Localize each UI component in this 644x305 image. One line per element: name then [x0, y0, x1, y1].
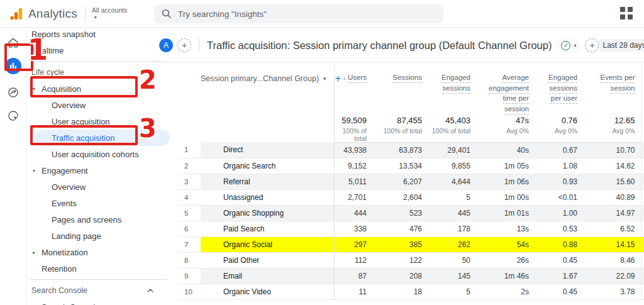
events-per-session-cell: 22.09 [584, 268, 641, 284]
sidebar-section-search-console[interactable]: Search Console [26, 282, 176, 299]
triangle-down-icon: ▾ [26, 168, 42, 174]
explore-nav-button[interactable] [5, 84, 21, 101]
column-header-avg-engagement-time[interactable]: Average engagement time per session [477, 65, 535, 114]
sidebar-item-search-console[interactable]: ▸ Search Console [26, 299, 176, 305]
table-row[interactable]: 9 Email 87 208 145 1m 46s 1.67 22.09 [178, 268, 644, 284]
report-status-menu[interactable]: ✓ ▾ [557, 39, 580, 52]
add-comparison-button[interactable]: + [177, 38, 191, 52]
engaged-sessions-per-user-cell: 0.88 [535, 236, 584, 252]
table-row[interactable]: 2 Organic Search 9,152 13,534 9,855 1m 0… [178, 158, 644, 174]
sidebar-item-engagement-overview[interactable]: Overview [26, 179, 176, 195]
triangle-down-icon: ▾ [26, 86, 42, 92]
sidebar-item-acquisition[interactable]: ▾ Acquisition [26, 80, 176, 97]
events-per-session-cell: 15.60 [584, 174, 641, 189]
column-header-events-per-session[interactable]: Events per session [584, 65, 641, 114]
sidebar-item-label: Overview [52, 182, 86, 192]
users-cell: 2,701 [334, 189, 373, 205]
total-events-per-session: 12.65Avg 0% [584, 114, 641, 143]
events-per-session-cell: 14.15 [584, 236, 641, 252]
sidebar-item-label: Pages and screens [52, 215, 121, 225]
channel-name-cell: Paid Search [201, 221, 334, 236]
sidebar-item-traffic-acquisition[interactable]: Traffic acquisition [35, 130, 170, 146]
date-range-picker[interactable]: Last 28 days Ju [599, 39, 644, 52]
engaged-sessions-cell: 4,644 [428, 174, 477, 189]
sessions-cell: 18 [373, 284, 428, 299]
column-label: Engaged sessions per user [548, 74, 577, 102]
column-header-engaged-sessions[interactable]: Engaged sessions [428, 65, 477, 114]
table-row[interactable]: 3 Referral 5,011 6,207 4,644 1m 06s 0.93… [178, 174, 644, 189]
dimension-selector[interactable]: Session primary...Channel Group) [201, 74, 319, 83]
engaged-sessions-cell: 29,401 [428, 142, 477, 158]
grid-dot [620, 14, 625, 19]
add-dimension-button[interactable]: + [335, 72, 341, 85]
account-switcher[interactable]: All accounts ▾ [92, 7, 128, 21]
row-edge-spacer [641, 284, 644, 299]
sessions-cell: 208 [373, 268, 428, 284]
table-row[interactable]: 5 Organic Shopping 444 523 445 1m 01s 1.… [178, 205, 644, 221]
total-users: 59,509100% of total [334, 114, 373, 143]
engaged-sessions-per-user-cell: 0.53 [535, 221, 584, 236]
row-edge-spacer [641, 236, 644, 252]
left-icon-rail [0, 28, 26, 305]
sidebar-item-landing-page[interactable]: Landing page [26, 228, 176, 244]
sidebar-section-life-cycle[interactable]: Life cycle [26, 64, 176, 80]
engaged-sessions-cell: 262 [428, 236, 477, 252]
sidebar-divider [30, 279, 167, 280]
row-edge-spacer [641, 189, 644, 205]
sidebar-item-label: Realtime [31, 46, 64, 55]
chevron-down-icon[interactable]: ▾ [323, 75, 326, 82]
events-per-session-cell: 3.78 [584, 284, 641, 299]
column-header-engaged-sessions-per-user[interactable]: Engaged sessions per user [535, 65, 584, 114]
column-header-sessions[interactable]: Sessions [373, 65, 428, 114]
sidebar-item-retention[interactable]: Retention [26, 260, 176, 277]
app-title: Analytics [28, 7, 77, 21]
sidebar-item-monetization[interactable]: ▸ Monetization [26, 244, 176, 260]
engaged-sessions-per-user-cell: <0.01 [535, 189, 584, 205]
column-label: Average engagement time per session [489, 74, 529, 113]
search-input[interactable]: Try searching "Insights" [154, 4, 443, 23]
table-row[interactable]: 4 Unassigned 2,701 2,604 5 1m 00s <0.01 … [178, 189, 644, 205]
sidebar-item-label: User acquisition [52, 117, 110, 126]
dimension-header-cell: Session primary...Channel Group) ▾ + [178, 65, 334, 142]
grid-dot [628, 7, 633, 12]
sidebar-item-label: Events [52, 199, 77, 208]
events-per-session-cell: 6.52 [584, 221, 641, 236]
sidebar-divider [30, 61, 167, 62]
row-number: 6 [178, 221, 201, 236]
advertising-nav-button[interactable] [5, 108, 21, 124]
apps-grid-icon[interactable] [620, 7, 634, 21]
avg-engagement-time-cell: 1m 01s [477, 205, 535, 221]
chevron-down-icon: ▾ [94, 15, 97, 20]
avatar[interactable]: A [159, 38, 173, 52]
table-row[interactable]: 7 Organic Social 297 385 262 54s 0.88 14… [178, 236, 644, 252]
sidebar-item-user-acquisition-cohorts[interactable]: User acquisition cohorts [26, 146, 176, 162]
table-row[interactable]: 8 Paid Other 112 122 50 26s 0.45 8.46 [178, 252, 644, 268]
avg-engagement-time-cell: 13s [477, 221, 535, 236]
engaged-sessions-per-user-cell: 1.08 [535, 158, 584, 174]
sidebar-item-engagement[interactable]: ▾ Engagement [26, 162, 176, 179]
sidebar-item-events[interactable]: Events [26, 195, 176, 211]
engaged-sessions-cell: 50 [428, 252, 477, 268]
avg-engagement-time-cell: 1m 46s [477, 268, 535, 284]
sidebar-item-pages-and-screens[interactable]: Pages and screens [26, 211, 176, 228]
table-row[interactable]: 10 Organic Video 11 18 5 2s 0.45 3.78 [178, 284, 644, 299]
chevron-down-icon: ▾ [574, 43, 576, 48]
table-row[interactable]: 1 Direct 43,938 63,873 29,401 40s 0.67 1… [178, 142, 644, 158]
home-nav-button[interactable] [5, 35, 21, 51]
reports-nav-button[interactable] [5, 58, 21, 74]
row-number: 2 [178, 158, 201, 174]
column-label: Sessions [392, 74, 422, 81]
sidebar-item-acquisition-overview[interactable]: Overview [26, 97, 176, 113]
events-per-session-cell: 40.89 [584, 189, 641, 205]
sidebar-item-user-acquisition[interactable]: User acquisition [26, 113, 176, 130]
users-cell: 112 [334, 252, 373, 268]
row-number: 10 [178, 284, 201, 299]
analytics-logo[interactable]: Analytics [0, 7, 77, 21]
row-edge-spacer [641, 205, 644, 221]
add-button[interactable]: + [585, 38, 599, 52]
table-row[interactable]: 6 Paid Search 338 476 178 13s 0.53 6.52 [178, 221, 644, 236]
channel-name-cell: Direct [201, 142, 334, 158]
sessions-cell: 523 [373, 205, 428, 221]
column-label: Users [348, 74, 367, 81]
engaged-sessions-per-user-cell: 1.00 [535, 205, 584, 221]
